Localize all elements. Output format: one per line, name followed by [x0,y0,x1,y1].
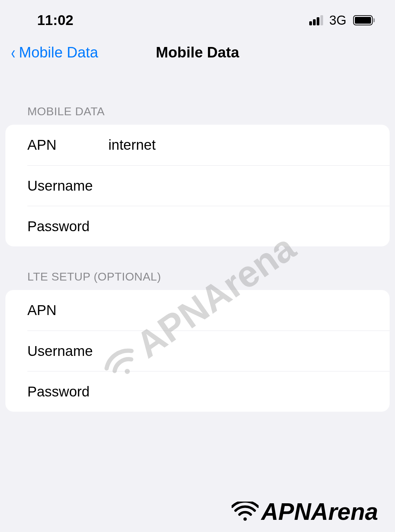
section-header-lte: LTE SETUP (OPTIONAL) [5,246,390,290]
status-right: 3G [309,13,375,28]
lte-apn-input[interactable] [108,302,368,318]
row-password[interactable]: Password [27,206,390,246]
table-group-lte: APN Username Password [5,290,390,412]
table-group-mobile-data: APN Username Password [5,125,390,246]
row-label: APN [27,137,108,153]
row-label: Password [27,218,108,235]
chevron-left-icon: ‹ [11,42,16,63]
content: MOBILE DATA APN Username Password LTE SE… [0,74,395,412]
row-label: Username [27,343,108,359]
row-label: Password [27,384,108,400]
lte-password-input[interactable] [108,384,368,400]
username-input[interactable] [108,178,368,194]
nav-bar: ‹ Mobile Data Mobile Data [0,41,395,74]
signal-icon [309,15,323,25]
back-label: Mobile Data [19,44,98,61]
apn-input[interactable] [108,137,368,153]
status-bar: 11:02 3G [0,0,395,41]
lte-username-input[interactable] [108,343,368,359]
status-time: 11:02 [37,12,73,28]
page-title: Mobile Data [156,44,239,61]
row-lte-apn[interactable]: APN [5,290,390,331]
watermark-bottom: APNArena [232,498,378,525]
back-button[interactable]: ‹ Mobile Data [10,42,98,63]
row-lte-password[interactable]: Password [27,371,390,412]
network-type: 3G [329,13,346,28]
battery-icon [353,15,375,25]
password-input[interactable] [108,218,368,235]
section-header-mobile-data: MOBILE DATA [5,74,390,125]
row-username[interactable]: Username [27,165,390,206]
row-label: APN [27,302,108,318]
watermark-bottom-text: APNArena [261,498,378,525]
row-lte-username[interactable]: Username [27,331,390,371]
row-apn[interactable]: APN [5,125,390,165]
row-label: Username [27,178,108,194]
wifi-icon [232,502,259,522]
